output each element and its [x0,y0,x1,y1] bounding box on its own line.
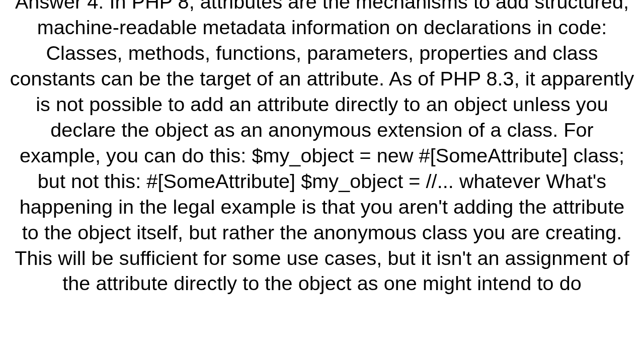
answer-body-text: Answer 4: In PHP 8, attributes are the m… [0,0,644,296]
document-page: Answer 4: In PHP 8, attributes are the m… [0,0,644,362]
